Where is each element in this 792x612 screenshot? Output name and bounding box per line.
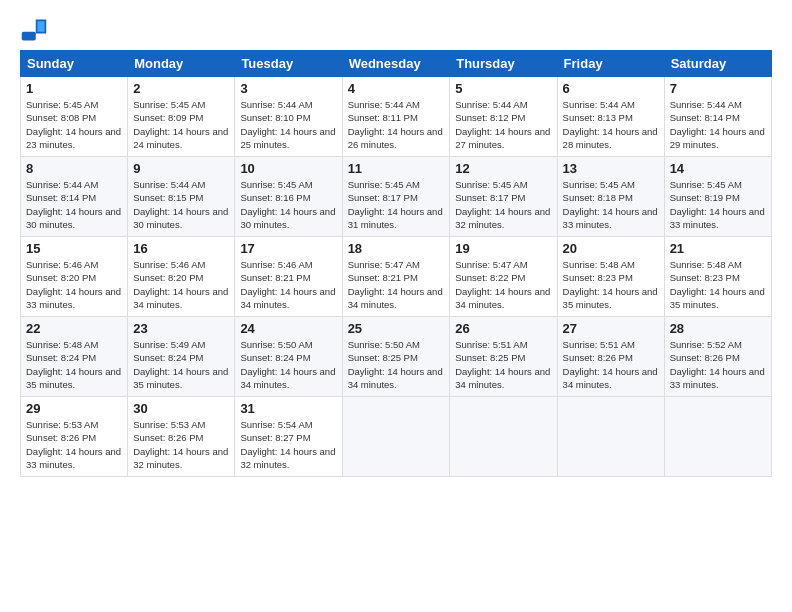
calendar-cell: 14 Sunrise: 5:45 AM Sunset: 8:19 PM Dayl…	[664, 157, 771, 237]
day-info: Sunrise: 5:44 AM Sunset: 8:13 PM Dayligh…	[563, 98, 659, 151]
calendar-header-monday: Monday	[128, 51, 235, 77]
day-number: 13	[563, 161, 659, 176]
calendar-header-friday: Friday	[557, 51, 664, 77]
day-info: Sunrise: 5:49 AM Sunset: 8:24 PM Dayligh…	[133, 338, 229, 391]
day-number: 29	[26, 401, 122, 416]
day-number: 17	[240, 241, 336, 256]
day-info: Sunrise: 5:45 AM Sunset: 8:18 PM Dayligh…	[563, 178, 659, 231]
day-info: Sunrise: 5:50 AM Sunset: 8:25 PM Dayligh…	[348, 338, 445, 391]
day-info: Sunrise: 5:45 AM Sunset: 8:19 PM Dayligh…	[670, 178, 766, 231]
calendar-cell: 31 Sunrise: 5:54 AM Sunset: 8:27 PM Dayl…	[235, 397, 342, 477]
calendar-cell: 7 Sunrise: 5:44 AM Sunset: 8:14 PM Dayli…	[664, 77, 771, 157]
calendar-header-row: SundayMondayTuesdayWednesdayThursdayFrid…	[21, 51, 772, 77]
calendar-cell: 15 Sunrise: 5:46 AM Sunset: 8:20 PM Dayl…	[21, 237, 128, 317]
calendar-cell: 19 Sunrise: 5:47 AM Sunset: 8:22 PM Dayl…	[450, 237, 557, 317]
calendar-cell: 5 Sunrise: 5:44 AM Sunset: 8:12 PM Dayli…	[450, 77, 557, 157]
calendar-cell: 1 Sunrise: 5:45 AM Sunset: 8:08 PM Dayli…	[21, 77, 128, 157]
calendar-cell: 28 Sunrise: 5:52 AM Sunset: 8:26 PM Dayl…	[664, 317, 771, 397]
calendar-cell: 11 Sunrise: 5:45 AM Sunset: 8:17 PM Dayl…	[342, 157, 450, 237]
day-number: 22	[26, 321, 122, 336]
day-number: 5	[455, 81, 551, 96]
day-number: 24	[240, 321, 336, 336]
day-number: 18	[348, 241, 445, 256]
calendar-cell	[557, 397, 664, 477]
day-number: 15	[26, 241, 122, 256]
day-number: 7	[670, 81, 766, 96]
calendar-cell: 4 Sunrise: 5:44 AM Sunset: 8:11 PM Dayli…	[342, 77, 450, 157]
calendar-cell: 2 Sunrise: 5:45 AM Sunset: 8:09 PM Dayli…	[128, 77, 235, 157]
day-info: Sunrise: 5:52 AM Sunset: 8:26 PM Dayligh…	[670, 338, 766, 391]
day-info: Sunrise: 5:45 AM Sunset: 8:17 PM Dayligh…	[348, 178, 445, 231]
svg-rect-3	[22, 32, 36, 41]
calendar-cell: 24 Sunrise: 5:50 AM Sunset: 8:24 PM Dayl…	[235, 317, 342, 397]
calendar-cell: 13 Sunrise: 5:45 AM Sunset: 8:18 PM Dayl…	[557, 157, 664, 237]
calendar-cell: 18 Sunrise: 5:47 AM Sunset: 8:21 PM Dayl…	[342, 237, 450, 317]
day-info: Sunrise: 5:44 AM Sunset: 8:14 PM Dayligh…	[670, 98, 766, 151]
day-info: Sunrise: 5:45 AM Sunset: 8:08 PM Dayligh…	[26, 98, 122, 151]
day-number: 16	[133, 241, 229, 256]
calendar-week-3: 15 Sunrise: 5:46 AM Sunset: 8:20 PM Dayl…	[21, 237, 772, 317]
day-number: 14	[670, 161, 766, 176]
day-info: Sunrise: 5:48 AM Sunset: 8:23 PM Dayligh…	[670, 258, 766, 311]
day-number: 28	[670, 321, 766, 336]
day-info: Sunrise: 5:53 AM Sunset: 8:26 PM Dayligh…	[26, 418, 122, 471]
calendar: SundayMondayTuesdayWednesdayThursdayFrid…	[20, 50, 772, 477]
day-number: 23	[133, 321, 229, 336]
calendar-cell: 8 Sunrise: 5:44 AM Sunset: 8:14 PM Dayli…	[21, 157, 128, 237]
calendar-cell: 29 Sunrise: 5:53 AM Sunset: 8:26 PM Dayl…	[21, 397, 128, 477]
calendar-cell	[342, 397, 450, 477]
day-number: 1	[26, 81, 122, 96]
day-number: 27	[563, 321, 659, 336]
calendar-week-1: 1 Sunrise: 5:45 AM Sunset: 8:08 PM Dayli…	[21, 77, 772, 157]
day-number: 11	[348, 161, 445, 176]
calendar-body: 1 Sunrise: 5:45 AM Sunset: 8:08 PM Dayli…	[21, 77, 772, 477]
calendar-header-tuesday: Tuesday	[235, 51, 342, 77]
calendar-cell	[664, 397, 771, 477]
calendar-header-wednesday: Wednesday	[342, 51, 450, 77]
calendar-cell: 20 Sunrise: 5:48 AM Sunset: 8:23 PM Dayl…	[557, 237, 664, 317]
calendar-week-5: 29 Sunrise: 5:53 AM Sunset: 8:26 PM Dayl…	[21, 397, 772, 477]
calendar-cell: 23 Sunrise: 5:49 AM Sunset: 8:24 PM Dayl…	[128, 317, 235, 397]
calendar-cell: 21 Sunrise: 5:48 AM Sunset: 8:23 PM Dayl…	[664, 237, 771, 317]
day-info: Sunrise: 5:44 AM Sunset: 8:14 PM Dayligh…	[26, 178, 122, 231]
day-number: 31	[240, 401, 336, 416]
calendar-cell: 22 Sunrise: 5:48 AM Sunset: 8:24 PM Dayl…	[21, 317, 128, 397]
day-info: Sunrise: 5:46 AM Sunset: 8:20 PM Dayligh…	[26, 258, 122, 311]
calendar-week-4: 22 Sunrise: 5:48 AM Sunset: 8:24 PM Dayl…	[21, 317, 772, 397]
day-info: Sunrise: 5:44 AM Sunset: 8:15 PM Dayligh…	[133, 178, 229, 231]
calendar-cell: 10 Sunrise: 5:45 AM Sunset: 8:16 PM Dayl…	[235, 157, 342, 237]
calendar-header-sunday: Sunday	[21, 51, 128, 77]
calendar-cell: 12 Sunrise: 5:45 AM Sunset: 8:17 PM Dayl…	[450, 157, 557, 237]
day-number: 4	[348, 81, 445, 96]
day-info: Sunrise: 5:53 AM Sunset: 8:26 PM Dayligh…	[133, 418, 229, 471]
day-number: 3	[240, 81, 336, 96]
calendar-cell	[450, 397, 557, 477]
calendar-cell: 27 Sunrise: 5:51 AM Sunset: 8:26 PM Dayl…	[557, 317, 664, 397]
svg-marker-2	[38, 21, 45, 32]
day-info: Sunrise: 5:44 AM Sunset: 8:11 PM Dayligh…	[348, 98, 445, 151]
day-info: Sunrise: 5:48 AM Sunset: 8:23 PM Dayligh…	[563, 258, 659, 311]
day-info: Sunrise: 5:46 AM Sunset: 8:20 PM Dayligh…	[133, 258, 229, 311]
day-info: Sunrise: 5:44 AM Sunset: 8:12 PM Dayligh…	[455, 98, 551, 151]
logo-icon	[20, 16, 48, 44]
day-number: 19	[455, 241, 551, 256]
day-number: 9	[133, 161, 229, 176]
calendar-cell: 30 Sunrise: 5:53 AM Sunset: 8:26 PM Dayl…	[128, 397, 235, 477]
day-number: 21	[670, 241, 766, 256]
day-info: Sunrise: 5:51 AM Sunset: 8:26 PM Dayligh…	[563, 338, 659, 391]
day-info: Sunrise: 5:46 AM Sunset: 8:21 PM Dayligh…	[240, 258, 336, 311]
header	[20, 16, 772, 44]
day-number: 30	[133, 401, 229, 416]
logo	[20, 16, 52, 44]
day-info: Sunrise: 5:45 AM Sunset: 8:17 PM Dayligh…	[455, 178, 551, 231]
calendar-cell: 25 Sunrise: 5:50 AM Sunset: 8:25 PM Dayl…	[342, 317, 450, 397]
day-number: 8	[26, 161, 122, 176]
day-number: 6	[563, 81, 659, 96]
day-number: 20	[563, 241, 659, 256]
day-info: Sunrise: 5:50 AM Sunset: 8:24 PM Dayligh…	[240, 338, 336, 391]
calendar-week-2: 8 Sunrise: 5:44 AM Sunset: 8:14 PM Dayli…	[21, 157, 772, 237]
day-number: 2	[133, 81, 229, 96]
day-info: Sunrise: 5:45 AM Sunset: 8:16 PM Dayligh…	[240, 178, 336, 231]
day-number: 10	[240, 161, 336, 176]
day-number: 25	[348, 321, 445, 336]
